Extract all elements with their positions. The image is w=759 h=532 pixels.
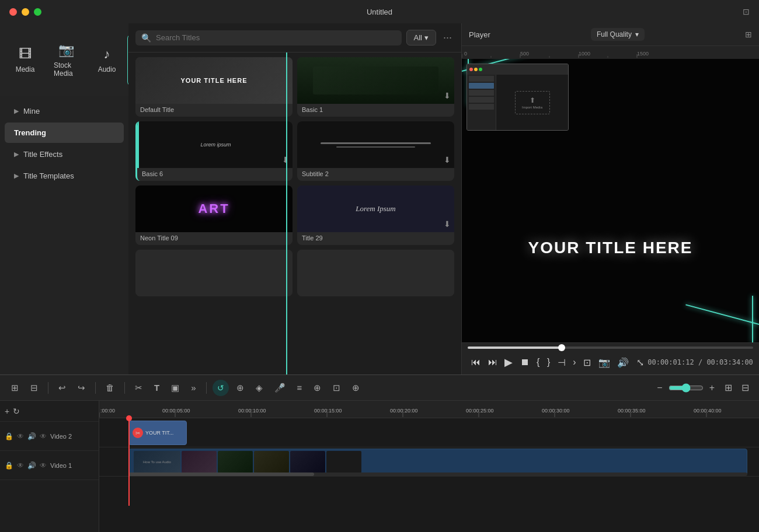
volume-button[interactable]: 🔊 (614, 355, 632, 370)
fullscreen-icon[interactable]: ⊞ (745, 30, 752, 39)
volume-icon-video1[interactable]: 🔊 (27, 461, 36, 470)
select-tool-button[interactable]: ⊞ (7, 380, 23, 396)
play-button[interactable]: ▶ (501, 354, 516, 371)
title-card-title29[interactable]: Lorem Ipsum ⬇ Title 29 (297, 186, 454, 245)
preview-bg: YOUR TITLE HERE (462, 59, 759, 342)
fm-min-dot (474, 68, 478, 71)
title-card-neon[interactable]: ART Neon Title 09 (135, 186, 293, 245)
grid-view-button[interactable]: ⊞ (722, 379, 735, 396)
addclip-button[interactable]: ⊕ (348, 380, 364, 396)
title-card-partial2[interactable] (297, 250, 454, 296)
minimize-button[interactable] (22, 8, 29, 16)
sidebar-nav: ▶ Mine Trending ▶ Title Effects ▶ Title … (0, 96, 128, 192)
clip-icon: ✂ (133, 428, 143, 438)
cut-button[interactable]: ✂ (131, 380, 147, 396)
step-back-button[interactable]: ⏭ (485, 355, 501, 370)
search-bar: 🔍 All ▾ ··· (128, 23, 461, 52)
insert-button[interactable]: ⊣ (554, 355, 569, 370)
maximize-button[interactable] (34, 8, 41, 16)
lock-icon-video1[interactable]: 🔒 (5, 461, 13, 470)
more-ctrl-button[interactable]: › (569, 355, 579, 370)
v1-segment-2 (182, 451, 217, 473)
svg-text:1000: 1000 (579, 51, 590, 57)
sidebar-item-title-templates[interactable]: ▶ Title Templates (5, 166, 124, 186)
neon-line-right-bottom (752, 296, 753, 342)
text-button[interactable]: T (150, 380, 163, 396)
marker-button[interactable]: ◈ (252, 380, 267, 396)
speed-button[interactable]: ⊕ (232, 380, 248, 396)
loop-track-button[interactable]: ↻ (13, 407, 20, 416)
zoom-out-button[interactable]: − (653, 381, 666, 395)
title-card-basic1[interactable]: ⬇ Basic 1 (297, 57, 454, 117)
visibility-icon-video1[interactable]: 👁 (17, 461, 24, 470)
neon-line-bottom-right (685, 304, 759, 325)
undo-button[interactable]: ↩ (54, 380, 70, 396)
v1-text: How To use Audio (142, 459, 172, 465)
eye-icon-video1[interactable]: 👁 (40, 461, 47, 470)
silence-button[interactable]: ≡ (293, 380, 307, 396)
video1-thumbs: How To use Audio (134, 451, 742, 473)
list-view-button[interactable]: ⊟ (739, 379, 752, 396)
track-scrollbar[interactable] (128, 473, 747, 476)
title-card-basic6[interactable]: Lorem ipsum ⬇ Basic 6 (135, 121, 293, 181)
collab-button[interactable]: ⊕ (309, 380, 325, 396)
volume-icon-video2[interactable]: 🔊 (27, 432, 36, 440)
thumb-default-title: YOUR TITLE HERE (135, 57, 293, 104)
filter-button[interactable]: All ▾ (406, 30, 436, 46)
delete-button[interactable]: 🗑 (102, 380, 119, 396)
search-wrapper[interactable]: 🔍 (135, 30, 402, 46)
visibility-icon-video2[interactable]: 👁 (17, 432, 24, 440)
add-track-button[interactable]: + (5, 407, 9, 416)
close-button[interactable] (9, 8, 17, 16)
download-icon-sub2: ⬇ (444, 155, 451, 164)
default-title-label: Default Title (135, 104, 293, 117)
more-button[interactable]: ··· (441, 29, 454, 46)
lock-icon-video2[interactable]: 🔒 (5, 432, 13, 440)
subtitle2-label: Subtitle 2 (297, 168, 454, 181)
toolbar-item-stock-media[interactable]: 📷 Stock Media (46, 34, 86, 86)
title-card-partial1[interactable] (135, 250, 293, 296)
skip-back-button[interactable]: ⏮ (468, 355, 484, 370)
window-title: Untitled (367, 8, 392, 16)
eye-icon-video2[interactable]: 👁 (40, 432, 47, 440)
snapshot-button[interactable]: 📷 (595, 355, 614, 370)
crop-button[interactable]: ▣ (167, 380, 183, 396)
player-quality-selector[interactable]: Full Quality ▾ (591, 28, 645, 41)
timeline-clip-video1[interactable]: How To use Audio (128, 449, 747, 475)
resize-button[interactable]: ⤡ (633, 355, 647, 370)
chevron-right-icon-effects: ▶ (14, 150, 19, 158)
forward-button[interactable]: » (187, 380, 200, 396)
timeline-ruler: :00:00 00:00:05:00 00:00:10:00 00:00:15:… (99, 401, 759, 418)
player-controls: ⏮ ⏭ ▶ ⏹ { } ⊣ › ⊡ 📷 🔊 ⤡ 00:00:01:12 / 00… (462, 342, 759, 374)
mark-in-button[interactable]: { (533, 355, 543, 370)
sidebar-item-trending[interactable]: Trending (5, 123, 124, 143)
progress-bar[interactable] (468, 346, 753, 349)
search-input[interactable] (156, 33, 396, 42)
fm-titlebar (467, 64, 568, 75)
toolbar-item-audio[interactable]: ♪ Audio (86, 34, 127, 86)
title-card-subtitle2[interactable]: ⬇ Subtitle 2 (297, 121, 454, 181)
mark-out-button[interactable]: } (544, 355, 553, 370)
loop-button[interactable]: ↺ (213, 380, 229, 396)
zoom-in-button[interactable]: + (706, 381, 718, 395)
v1-segment-6 (326, 451, 361, 473)
sidebar-item-title-effects[interactable]: ▶ Title Effects (5, 144, 124, 164)
sidebar-label-title-templates: Title Templates (23, 172, 74, 180)
redo-button[interactable]: ↪ (74, 380, 89, 396)
neon-label: Neon Title 09 (135, 232, 293, 245)
timeline-clip-title[interactable]: ✂ YOUR TIT... (128, 421, 187, 445)
player-icons: ⊞ (745, 30, 752, 39)
content-area: 🔍 All ▾ ··· YOUR TITLE HERE Default Titl… (128, 23, 461, 374)
voiceover-button[interactable]: 🎤 (270, 380, 290, 396)
fm-right-panel: ⬆ Import Media (496, 75, 568, 130)
pip-button[interactable]: ⊡ (329, 380, 344, 396)
video1-label: Video 1 (50, 462, 72, 469)
zoom-slider[interactable] (669, 383, 704, 393)
toolbar-item-media[interactable]: 🎞 Media (5, 34, 46, 86)
title-card-default[interactable]: YOUR TITLE HERE Default Title (135, 57, 293, 117)
smart-select-button[interactable]: ⊟ (26, 380, 42, 396)
fullscreen-ctrl-button[interactable]: ⊡ (580, 355, 594, 370)
sidebar-item-mine[interactable]: ▶ Mine (5, 101, 124, 121)
svg-text:0: 0 (464, 51, 467, 57)
stop-button[interactable]: ⏹ (517, 355, 533, 370)
